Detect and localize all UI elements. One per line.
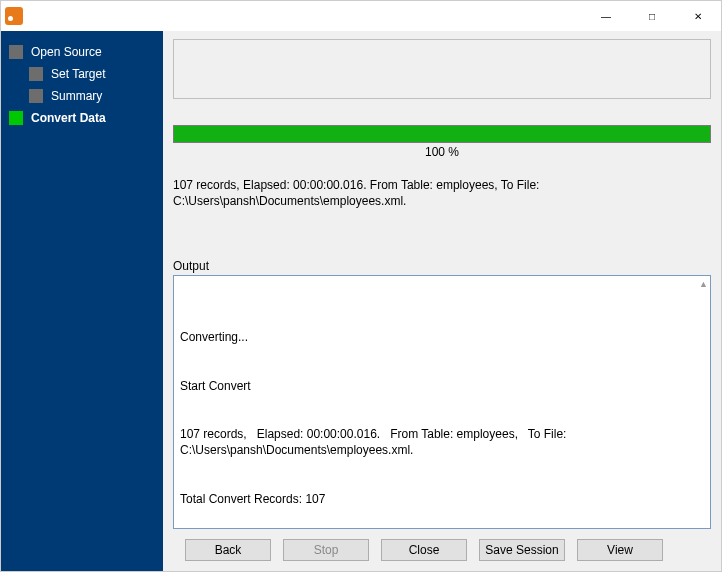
scroll-up-icon[interactable]: ▲ — [699, 278, 708, 290]
close-button[interactable]: Close — [381, 539, 467, 561]
conversion-summary: 107 records, Elapsed: 00:00:00.016. From… — [173, 177, 711, 209]
stop-button: Stop — [283, 539, 369, 561]
content-pane: 100 % 107 records, Elapsed: 00:00:00.016… — [163, 31, 721, 571]
save-session-button[interactable]: Save Session — [479, 539, 565, 561]
back-button[interactable]: Back — [185, 539, 271, 561]
output-line: Total Convert Records: 107 — [180, 491, 704, 507]
step-icon — [29, 67, 43, 81]
minimize-button[interactable]: — — [583, 1, 629, 31]
button-row: Back Stop Close Save Session View — [173, 529, 711, 565]
step-icon-active — [9, 111, 23, 125]
titlebar: — □ ✕ — [1, 1, 721, 31]
header-panel — [173, 39, 711, 99]
close-window-button[interactable]: ✕ — [675, 1, 721, 31]
sidebar-item-set-target[interactable]: Set Target — [1, 63, 163, 85]
output-line: Converting... — [180, 329, 704, 345]
output-line: 107 records, Elapsed: 00:00:00.016. From… — [180, 426, 704, 458]
sidebar-item-summary[interactable]: Summary — [1, 85, 163, 107]
progress-section: 100 % — [173, 125, 711, 159]
sidebar: Open Source Set Target Summary Convert D… — [1, 31, 163, 571]
sidebar-item-label: Convert Data — [31, 111, 106, 125]
summary-line: 107 records, Elapsed: 00:00:00.016. From… — [173, 177, 711, 193]
sidebar-item-label: Open Source — [31, 45, 102, 59]
main-area: Open Source Set Target Summary Convert D… — [1, 31, 721, 571]
maximize-button[interactable]: □ — [629, 1, 675, 31]
view-button[interactable]: View — [577, 539, 663, 561]
sidebar-item-label: Set Target — [51, 67, 105, 81]
step-icon — [29, 89, 43, 103]
sidebar-item-convert-data[interactable]: Convert Data — [1, 107, 163, 129]
progress-label: 100 % — [173, 145, 711, 159]
app-icon — [5, 7, 23, 25]
output-textarea[interactable]: ▲ Converting... Start Convert 107 record… — [173, 275, 711, 529]
window-controls: — □ ✕ — [583, 1, 721, 31]
step-icon — [9, 45, 23, 59]
progress-bar — [173, 125, 711, 143]
output-line: Start Convert — [180, 378, 704, 394]
sidebar-item-open-source[interactable]: Open Source — [1, 41, 163, 63]
summary-line: C:\Users\pansh\Documents\employees.xml. — [173, 193, 711, 209]
output-label: Output — [173, 259, 711, 273]
sidebar-item-label: Summary — [51, 89, 102, 103]
